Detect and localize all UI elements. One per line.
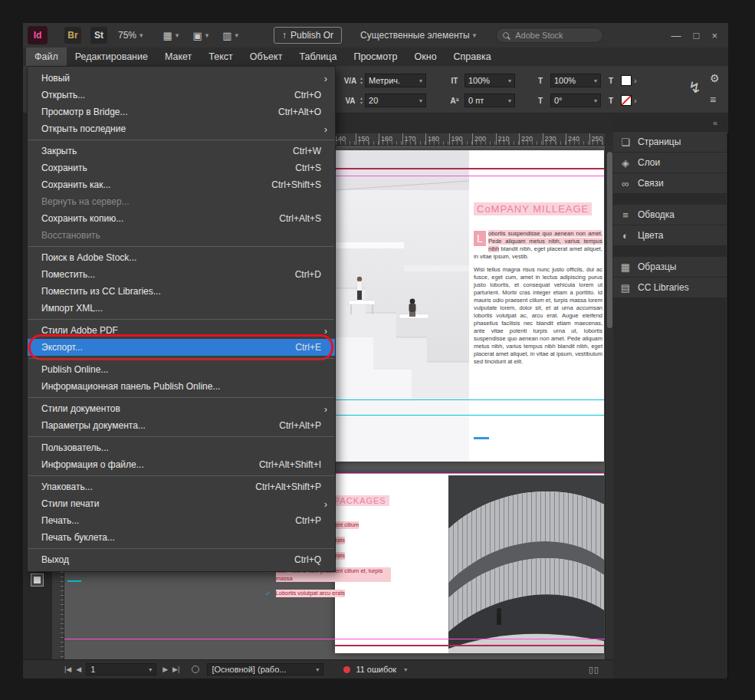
menu-item[interactable]: Закрыть Ctrl+W ›	[28, 143, 335, 159]
menu-item[interactable]: Сохранить Ctrl+S ›	[28, 159, 335, 176]
menu-item[interactable]: Печать... Ctrl+P ›	[28, 512, 335, 529]
menu-item[interactable]: Поместить из CC Libraries... ›	[28, 283, 335, 300]
fill-swatch[interactable]	[621, 75, 632, 86]
workspace-switcher[interactable]: Существенные элементы ▾	[360, 30, 476, 41]
article-heading[interactable]: CoMPANY MILLEAGE	[474, 202, 592, 215]
menu-item[interactable]: Стили печати ›	[28, 495, 335, 512]
menu-item[interactable]: Информация о файле... Ctrl+Alt+Shift+I ›	[28, 456, 335, 473]
search-input[interactable]	[514, 30, 590, 41]
panel-tab[interactable]: ▦ Образцы	[613, 257, 727, 278]
menu-item[interactable]: Поиск в Adobe Stock... ›	[28, 249, 335, 266]
article-text-frame[interactable]: L obortis suspendisse quo aenean non ame…	[474, 230, 602, 366]
panel-tab[interactable]: ∞ Связи	[613, 173, 727, 194]
article-heading-text: CoMPANY MILLEAGE	[474, 202, 592, 215]
menu-item[interactable]: Экспорт... Ctrl+E ›	[28, 339, 335, 356]
panel-menu-icon[interactable]: ≡	[710, 94, 716, 106]
menubar-item[interactable]: Текст	[200, 48, 241, 66]
panel-tab[interactable]: ≡ Обводка	[613, 205, 727, 225]
adobe-stock-search[interactable]	[496, 28, 603, 43]
menu-item[interactable]: Новый ›	[28, 70, 335, 87]
menu-item[interactable]: Просмотр в Bridge... Ctrl+Alt+O ›	[28, 104, 335, 120]
menu-item[interactable]: Сохранить копию... Ctrl+Alt+S ›	[28, 210, 335, 227]
gear-icon[interactable]: ⚙	[710, 72, 720, 84]
vertical-scrollbar[interactable]	[605, 146, 613, 659]
menu-item[interactable]: Publish Online... ›	[28, 361, 335, 378]
view-option-dropdown[interactable]: ▦ ▾	[163, 30, 179, 41]
view-option-dropdown[interactable]: ▥ ▾	[222, 30, 238, 41]
search-icon	[503, 32, 509, 38]
lightning-icon[interactable]: ↯	[688, 78, 701, 97]
menu-item[interactable]: ›	[28, 246, 334, 247]
menu-item[interactable]: Сохранить как... Ctrl+Shift+S ›	[28, 176, 335, 193]
dock-collapse-icon[interactable]: «	[613, 115, 727, 132]
menu-item[interactable]: ›	[28, 475, 334, 476]
expand-arrow-icon[interactable]: ›	[634, 76, 637, 85]
minimize-button[interactable]: —	[671, 30, 681, 41]
first-page-button[interactable]: |◀	[64, 665, 71, 673]
stepper-icon[interactable]: ▴▾	[360, 76, 363, 85]
menu-item[interactable]: Параметры документа... Ctrl+Alt+P ›	[28, 417, 335, 434]
baseline-shift-field[interactable]: 0 пт ▾	[464, 94, 515, 107]
menu-item-shortcut: Ctrl+P	[295, 515, 324, 526]
panel-tab[interactable]: ◐ Цвета	[613, 225, 727, 246]
menu-item[interactable]: Выход Ctrl+Q ›	[28, 551, 335, 568]
kerning-field[interactable]: Метрич. ▾	[365, 74, 426, 87]
preflight-icon[interactable]	[192, 665, 199, 673]
maximize-button[interactable]: □	[694, 30, 700, 41]
prev-page-button[interactable]: ◀	[76, 665, 81, 673]
menu-item[interactable]: Открыть последние ›	[28, 120, 335, 137]
menubar-item[interactable]: Окно	[406, 48, 445, 66]
stroke-swatch[interactable]	[621, 95, 632, 106]
menu-item[interactable]: Восстановить ›	[28, 227, 335, 244]
menubar-item[interactable]: Таблица	[291, 48, 345, 66]
menu-item[interactable]: Вернуть на сервер... ›	[28, 193, 335, 210]
tracking-field[interactable]: 20 ▾	[365, 94, 426, 107]
view-option-dropdown[interactable]: ▣ ▾	[192, 30, 208, 41]
next-page-button[interactable]: ▶	[162, 665, 168, 673]
stepper-icon[interactable]: ▴▾	[360, 96, 363, 105]
vertical-scale-field[interactable]: 100% ▾	[464, 74, 515, 87]
menu-item[interactable]: Поместить... Ctrl+D ›	[28, 266, 335, 283]
menu-item[interactable]: ›	[28, 319, 334, 320]
menu-item[interactable]: Импорт XML... ›	[28, 300, 335, 317]
expand-arrow-icon[interactable]: ›	[634, 96, 637, 105]
menubar-item[interactable]: Справка	[445, 48, 500, 66]
menu-item[interactable]: ›	[28, 358, 334, 359]
packages-heading[interactable]: PACKAGES	[331, 493, 389, 507]
menu-item[interactable]: ›	[28, 397, 334, 398]
menu-item[interactable]: Стили документов ›	[28, 400, 335, 417]
menu-item[interactable]: ›	[28, 548, 334, 549]
menubar-item[interactable]: Объект	[241, 48, 291, 66]
close-button[interactable]: ×	[711, 30, 717, 41]
menubar-item[interactable]: Файл	[26, 48, 67, 66]
architecture-photo[interactable]	[448, 475, 604, 653]
panel-tab[interactable]: ◈ Слои	[613, 153, 727, 173]
last-page-button[interactable]: ▶|	[172, 665, 179, 673]
spread-view-icon[interactable]: ▯▯	[589, 665, 599, 675]
menu-item[interactable]: Открыть... Ctrl+O ›	[28, 87, 335, 104]
bridge-icon[interactable]: Br	[64, 27, 81, 44]
chevron-down-icon[interactable]: ▾	[404, 666, 407, 673]
ruler-tick: 220	[519, 133, 543, 145]
menu-item[interactable]: ›	[28, 140, 334, 140]
menubar-item[interactable]: Просмотр	[345, 48, 405, 66]
horizontal-scale-field[interactable]: 100% ▾	[550, 74, 601, 87]
panel-tab[interactable]: ▤ CC Libraries	[613, 278, 727, 298]
view-preset-dropdown[interactable]: [Основной] (рабо... ▾	[207, 663, 323, 675]
publish-online-button[interactable]: ↑ Publish Or	[274, 27, 342, 44]
menu-item[interactable]: Стили Adobe PDF ›	[28, 322, 335, 339]
menu-item[interactable]: Печать буклета... ›	[28, 529, 335, 546]
collapsed-panel-icon[interactable]	[31, 573, 44, 587]
stock-icon[interactable]: St	[90, 27, 107, 44]
menu-item[interactable]: Пользователь... ›	[28, 439, 335, 456]
menubar-item[interactable]: Редактирование	[67, 48, 156, 66]
zoom-dropdown[interactable]: 75% ▾	[118, 30, 143, 41]
panel-tab[interactable]: ❏ Страницы	[613, 132, 727, 153]
menubar-item[interactable]: Макет	[156, 48, 200, 66]
scrollbar-thumb[interactable]	[607, 152, 612, 328]
page-number-field[interactable]: 1 ▾	[86, 663, 156, 675]
menu-item[interactable]: ›	[28, 436, 334, 437]
menu-item[interactable]: Упаковать... Ctrl+Alt+Shift+P ›	[28, 478, 335, 495]
skew-field[interactable]: 0° ▾	[550, 94, 601, 107]
menu-item[interactable]: Информационная панель Publish Online... …	[28, 378, 335, 395]
